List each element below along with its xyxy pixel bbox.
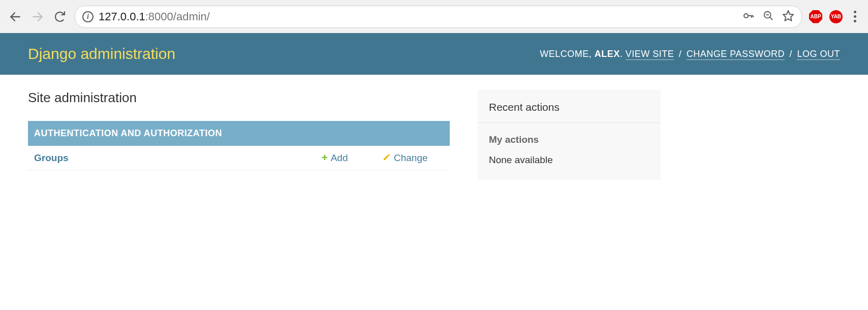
django-header: Django administration WELCOME, ALEX. VIE… xyxy=(0,33,868,75)
welcome-prefix: WELCOME, xyxy=(540,49,595,59)
extension-abp-icon[interactable]: ABP xyxy=(809,10,822,23)
extension-yab-icon[interactable]: YAB xyxy=(829,10,843,23)
separator: / xyxy=(676,49,685,59)
model-row: Groups + Add Change xyxy=(28,146,450,170)
model-name-link[interactable]: Groups xyxy=(34,152,322,164)
url-path: /admin/ xyxy=(173,10,210,23)
my-actions-title: My actions xyxy=(478,123,661,150)
page-title: Site administration xyxy=(28,90,450,106)
separator: / xyxy=(787,49,795,59)
browser-menu-button[interactable] xyxy=(850,11,860,22)
url-port: :8000 xyxy=(145,10,173,23)
change-password-link[interactable]: CHANGE PASSWORD xyxy=(687,49,785,60)
module-caption: AUTHENTICATION AND AUTHORIZATION xyxy=(28,121,450,146)
module-caption-link[interactable]: AUTHENTICATION AND AUTHORIZATION xyxy=(34,128,222,138)
site-title[interactable]: Django administration xyxy=(28,45,175,63)
username: ALEX xyxy=(595,49,620,59)
user-tools: WELCOME, ALEX. VIEW SITE / CHANGE PASSWO… xyxy=(540,49,840,59)
add-link[interactable]: + Add xyxy=(322,152,383,164)
plus-icon: + xyxy=(322,152,328,164)
svg-line-7 xyxy=(770,17,773,20)
app-module: AUTHENTICATION AND AUTHORIZATION Groups … xyxy=(28,121,450,170)
recent-actions-module: Recent actions My actions None available xyxy=(478,90,661,180)
key-icon[interactable] xyxy=(742,10,755,24)
sidebar: Recent actions My actions None available xyxy=(478,90,661,180)
zoom-out-icon[interactable] xyxy=(763,10,774,23)
site-info-icon[interactable]: i xyxy=(82,11,94,22)
back-button[interactable] xyxy=(8,9,23,24)
change-link[interactable]: Change xyxy=(383,152,444,164)
address-bar-actions xyxy=(742,10,794,24)
main-column: Site administration AUTHENTICATION AND A… xyxy=(28,90,450,180)
forward-button[interactable] xyxy=(30,9,45,24)
svg-marker-9 xyxy=(783,11,793,21)
url-text: 127.0.0.1:8000/admin/ xyxy=(99,10,210,23)
change-label: Change xyxy=(394,152,428,164)
none-available-text: None available xyxy=(478,150,661,180)
recent-actions-title: Recent actions xyxy=(478,90,661,122)
pencil-icon xyxy=(383,153,391,163)
star-icon[interactable] xyxy=(782,10,794,24)
svg-point-2 xyxy=(744,14,748,18)
logout-link[interactable]: LOG OUT xyxy=(797,49,840,60)
view-site-link[interactable]: VIEW SITE xyxy=(626,49,674,60)
welcome-suffix: . xyxy=(620,49,626,59)
add-label: Add xyxy=(331,152,348,164)
address-bar[interactable]: i 127.0.0.1:8000/admin/ xyxy=(75,6,802,28)
content-area: Site administration AUTHENTICATION AND A… xyxy=(0,75,868,195)
reload-button[interactable] xyxy=(52,9,68,24)
browser-chrome: i 127.0.0.1:8000/admin/ ABP YAB xyxy=(0,0,868,33)
url-host: 127.0.0.1 xyxy=(99,10,145,23)
